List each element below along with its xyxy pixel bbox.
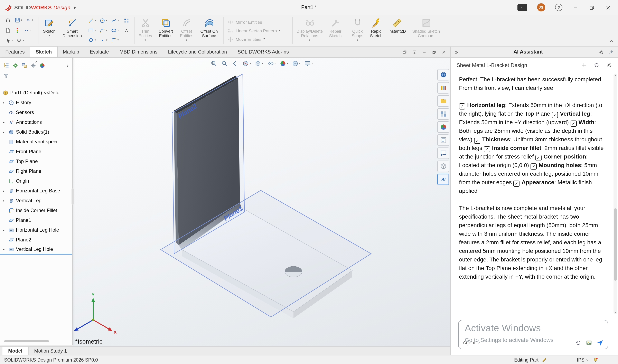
tree-item-plane1[interactable]: Plane1: [0, 215, 72, 225]
tree-item-history[interactable]: ▸History: [0, 98, 72, 107]
chat-input[interactable]: Agent: [458, 320, 608, 349]
chat-settings-button[interactable]: [606, 61, 612, 69]
line-tool-button[interactable]: ▾: [86, 16, 97, 26]
display-style-button[interactable]: ▾: [255, 60, 263, 67]
viewport[interactable]: ▾▾▾▾▾▾ AI: [73, 58, 450, 346]
chat-scrollbar[interactable]: ▴ ▾: [614, 74, 617, 314]
tab-features[interactable]: Features: [0, 47, 30, 57]
avatar[interactable]: JG: [537, 3, 545, 12]
configmgr-tab[interactable]: [21, 62, 27, 69]
tree-item-vertical-leg[interactable]: ▸Vertical Leg: [0, 196, 72, 206]
tree-item-annotations[interactable]: ▸AAnnotations: [0, 117, 72, 127]
fillet-tool-button[interactable]: ▾: [109, 35, 120, 45]
undo-button[interactable]: ▾: [26, 17, 34, 23]
move-entities-button[interactable]: Move Entities▾: [227, 36, 288, 42]
zoom-fit-button[interactable]: [210, 60, 217, 67]
flyout-arrow-icon[interactable]: [73, 4, 78, 11]
tree-item-front-plane[interactable]: Front Plane: [0, 147, 72, 156]
minimize-button[interactable]: [572, 4, 579, 11]
home-button[interactable]: [5, 17, 11, 23]
restore-button[interactable]: [589, 4, 595, 11]
appearances-tab[interactable]: [437, 121, 449, 133]
appearances-button[interactable]: ▾: [279, 60, 288, 67]
tree-root[interactable]: Part1 (Default) <<Defa: [0, 88, 72, 98]
ellipse-tool-button[interactable]: ▾: [109, 26, 120, 35]
sketch-button[interactable]: Sketch▾: [39, 15, 59, 45]
tab-solidworks-add-ins[interactable]: SOLIDWORKS Add-Ins: [232, 47, 294, 57]
ai-header-pin-button[interactable]: [608, 48, 614, 56]
sw-resources-tab[interactable]: [437, 69, 449, 80]
scene-button[interactable]: ▾: [292, 60, 301, 67]
chat-history-button[interactable]: [593, 61, 600, 69]
expand-arrow-icon[interactable]: ▸: [3, 120, 4, 124]
forum-tab[interactable]: [437, 161, 449, 172]
doctab-motion-study-1[interactable]: Motion Study 1: [28, 347, 73, 355]
unit-system-selector[interactable]: IPS: [577, 357, 589, 362]
offset-entities-button[interactable]: Offset Entities▾: [177, 15, 197, 45]
point-tool-tool-button[interactable]: ▾: [98, 35, 109, 45]
scrollbar-thumb[interactable]: [614, 208, 617, 280]
tree-item-solid-bodies-1[interactable]: ▸Solid Bodies(1): [0, 127, 72, 137]
propmgr-tab[interactable]: [12, 62, 18, 69]
tab-mbd-dimensions[interactable]: MBD Dimensions: [114, 47, 163, 57]
ribbon-collapse-button[interactable]: [609, 37, 614, 45]
expand-arrow-icon[interactable]: ▸: [3, 189, 4, 193]
tree-item-top-plane[interactable]: Top Plane: [0, 156, 72, 166]
rapid-sketch-button[interactable]: Rapid Sketch: [367, 15, 386, 45]
edit-document-button[interactable]: [542, 357, 548, 363]
panel-collapse-button[interactable]: »: [455, 49, 458, 55]
spline-tool-button[interactable]: ▾: [109, 16, 120, 26]
redo-button[interactable]: ▾: [24, 27, 32, 34]
chat-transcript[interactable]: Perfect! The L-bracket has been successf…: [459, 75, 606, 316]
new-chat-button[interactable]: [581, 61, 587, 69]
featmgr-tab[interactable]: [3, 62, 9, 69]
ai-header-gear-button[interactable]: [598, 48, 604, 56]
tree-item-horizontal-leg-hole[interactable]: ▸Horizontal Leg Hole: [0, 225, 72, 235]
doc-close-button[interactable]: [441, 48, 446, 56]
tab-sketch[interactable]: Sketch: [30, 46, 58, 57]
rect-tool-button[interactable]: ▾: [86, 26, 97, 35]
tree-horizontal-scrollbar[interactable]: [4, 340, 49, 342]
filter-button[interactable]: [3, 72, 9, 79]
input-history-button[interactable]: [575, 339, 582, 346]
pattern-tool-button[interactable]: [121, 16, 132, 26]
zoom-area-button[interactable]: [221, 60, 228, 67]
prev-view-button[interactable]: [232, 60, 238, 67]
circle-tool-button[interactable]: ▾: [98, 16, 109, 26]
tree-item-inside-corner-fillet[interactable]: Inside Corner Fillet: [0, 206, 72, 215]
doc-minimize-button[interactable]: [422, 48, 427, 56]
select-button[interactable]: ▾: [5, 38, 13, 44]
options-button[interactable]: ▾: [16, 38, 24, 44]
panel-collapse-icon[interactable]: [34, 58, 38, 65]
tree-item-sensors[interactable]: Sensors: [0, 107, 72, 117]
new-doc-button[interactable]: [5, 27, 11, 34]
tree-item-plane2[interactable]: Plane2: [0, 235, 72, 245]
file-explorer-tab[interactable]: [437, 95, 449, 107]
rebuild-button[interactable]: [14, 27, 20, 34]
tab-evaluate[interactable]: Evaluate: [84, 47, 114, 57]
convert-entities-button[interactable]: Convert Entities: [155, 15, 177, 45]
display-delete-relations-button[interactable]: Display/Delete Relations▾: [294, 15, 326, 45]
doc-cascade-button[interactable]: [402, 48, 407, 56]
expand-arrow-icon[interactable]: ▸: [3, 228, 4, 232]
close-button[interactable]: [605, 4, 611, 11]
ai-assistant-tab[interactable]: AI: [437, 174, 449, 185]
arc-tool-button[interactable]: ▾: [98, 26, 109, 35]
notifications-button[interactable]: [593, 357, 598, 363]
save-button[interactable]: ▾: [14, 17, 22, 23]
trim-entities-button[interactable]: Trim Entities▾: [136, 15, 155, 45]
quick-snaps-button[interactable]: Quick Snaps▾: [348, 15, 367, 45]
3d-viewport-canvas[interactable]: Plane2 Plane1 Y X Z *Isometric: [73, 58, 450, 346]
tree-item-horizontal-leg-base[interactable]: ▸Horizontal Leg Base: [0, 186, 72, 196]
comments-tab[interactable]: [437, 147, 449, 159]
offset-on-surface-button[interactable]: Offset On Surface: [197, 15, 222, 45]
send-button[interactable]: [596, 339, 604, 346]
tree-item-material-not-speci[interactable]: Material <not speci: [0, 137, 72, 147]
expand-arrow-icon[interactable]: ▸: [3, 130, 4, 134]
tree-item-origin[interactable]: Origin: [0, 176, 72, 186]
section-view-button[interactable]: ▾: [242, 60, 251, 67]
shaded-sketch-contours-button[interactable]: Shaded Sketch Contours: [411, 15, 441, 45]
design-library-tab[interactable]: [437, 82, 449, 93]
tree-item-right-plane[interactable]: Right Plane: [0, 166, 72, 176]
repair-sketch-button[interactable]: Repair Sketch: [326, 15, 345, 45]
